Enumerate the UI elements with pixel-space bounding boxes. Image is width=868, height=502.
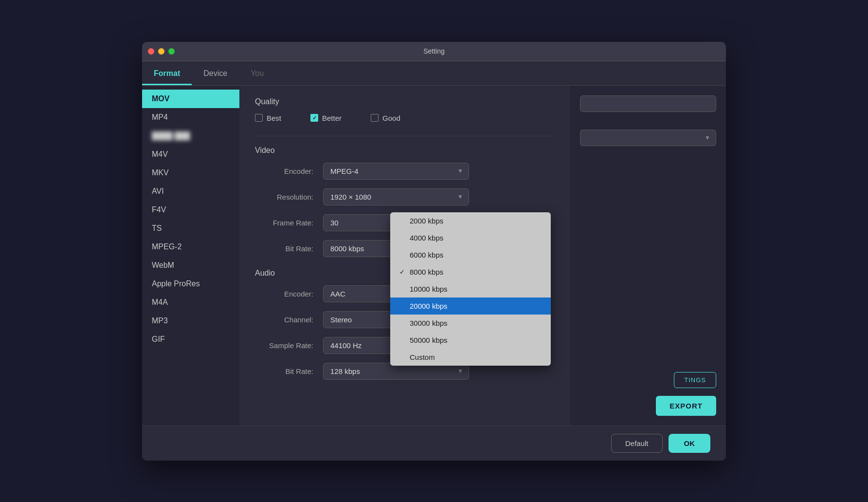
title-bar: Setting bbox=[142, 42, 726, 61]
settings-panel: Quality Best Better Good bbox=[239, 86, 570, 426]
encoder-row: Encoder: MPEG-4 ▼ bbox=[255, 163, 555, 180]
encoder-label: Encoder: bbox=[255, 167, 313, 175]
resolution-row: Resolution: 1920 × 1080 ▼ bbox=[255, 188, 555, 205]
dropdown-label-4000: 4000 kbps bbox=[410, 234, 443, 242]
sidebar: MOV MP4 ████ ███ M4V MKV AVI F4V TS MPEG… bbox=[142, 86, 239, 426]
right-text-input[interactable] bbox=[580, 95, 716, 112]
tab-device[interactable]: Device bbox=[192, 63, 239, 85]
sidebar-item-blurred[interactable]: ████ ███ bbox=[142, 127, 239, 145]
sample-rate-label: Sample Rate: bbox=[255, 341, 313, 350]
sidebar-item-ts[interactable]: TS bbox=[142, 219, 239, 238]
encoder-select[interactable]: MPEG-4 bbox=[323, 163, 469, 180]
dropdown-item-4000[interactable]: 4000 kbps bbox=[390, 229, 551, 246]
quality-good[interactable]: Good bbox=[371, 114, 400, 122]
bit-rate-label: Bit Rate: bbox=[255, 244, 313, 253]
tab-format[interactable]: Format bbox=[142, 63, 192, 85]
resolution-select-wrapper: 1920 × 1080 ▼ bbox=[323, 188, 469, 205]
dropdown-item-30000[interactable]: 30000 kbps bbox=[390, 315, 551, 332]
default-button[interactable]: Default bbox=[611, 434, 663, 453]
sidebar-item-f4v[interactable]: F4V bbox=[142, 201, 239, 219]
export-button[interactable]: EXPORT bbox=[656, 396, 716, 416]
dropdown-label-50000: 50000 kbps bbox=[410, 336, 448, 344]
right-dropdown-wrapper: ▼ bbox=[580, 130, 716, 146]
sidebar-item-avi[interactable]: AVI bbox=[142, 182, 239, 201]
dropdown-item-6000[interactable]: 6000 kbps bbox=[390, 246, 551, 263]
ok-button[interactable]: OK bbox=[669, 434, 711, 453]
sidebar-item-mpeg2[interactable]: MPEG-2 bbox=[142, 238, 239, 256]
blurred-format: ████ ███ bbox=[152, 131, 190, 140]
divider-1 bbox=[255, 136, 555, 136]
audio-encoder-label: Encoder: bbox=[255, 290, 313, 298]
sidebar-item-mkv[interactable]: MKV bbox=[142, 164, 239, 182]
sidebar-item-mp4[interactable]: MP4 bbox=[142, 108, 239, 127]
close-button[interactable] bbox=[148, 48, 154, 55]
right-spacer bbox=[580, 154, 716, 364]
right-panel: ▼ TINGS EXPORT bbox=[570, 86, 726, 426]
main-content: MOV MP4 ████ ███ M4V MKV AVI F4V TS MPEG… bbox=[142, 86, 726, 426]
dropdown-item-2000[interactable]: 2000 kbps bbox=[390, 212, 551, 229]
dropdown-label-30000: 30000 kbps bbox=[410, 319, 448, 327]
right-input-wrapper bbox=[580, 95, 716, 112]
minimize-button[interactable] bbox=[158, 48, 164, 55]
bitrate-dropdown: 2000 kbps 4000 kbps 6000 kbps ✓ 8000 kbp… bbox=[390, 212, 551, 366]
traffic-lights bbox=[148, 48, 175, 55]
bottom-bar: Default OK bbox=[142, 426, 726, 461]
sidebar-item-m4v[interactable]: M4V bbox=[142, 145, 239, 164]
settings-button[interactable]: TINGS bbox=[674, 372, 716, 388]
good-checkbox[interactable] bbox=[371, 114, 379, 122]
sidebar-item-gif[interactable]: GIF bbox=[142, 330, 239, 349]
dropdown-label-8000: 8000 kbps bbox=[410, 268, 443, 276]
dropdown-label-6000: 6000 kbps bbox=[410, 251, 443, 259]
better-checkbox[interactable] bbox=[310, 114, 318, 122]
maximize-button[interactable] bbox=[168, 48, 175, 55]
sidebar-item-m4a[interactable]: M4A bbox=[142, 293, 239, 312]
resolution-select[interactable]: 1920 × 1080 bbox=[323, 188, 469, 205]
right-select[interactable] bbox=[580, 130, 716, 146]
video-title: Video bbox=[255, 146, 555, 155]
sidebar-item-mp3[interactable]: MP3 bbox=[142, 312, 239, 330]
quality-section: Quality Best Better Good bbox=[255, 97, 555, 122]
dropdown-label-20000: 20000 kbps bbox=[410, 302, 448, 310]
tab-bar: Format Device You bbox=[142, 61, 726, 86]
channel-label: Channel: bbox=[255, 316, 313, 324]
dropdown-item-20000[interactable]: 20000 kbps bbox=[390, 297, 551, 315]
dropdown-label-2000: 2000 kbps bbox=[410, 217, 443, 225]
tab-you[interactable]: You bbox=[239, 63, 275, 85]
frame-rate-label: Frame Rate: bbox=[255, 219, 313, 227]
best-label: Best bbox=[267, 114, 281, 122]
dropdown-item-10000[interactable]: 10000 kbps bbox=[390, 280, 551, 297]
good-label: Good bbox=[382, 114, 400, 122]
app-window: Setting Format Device You MOV MP4 ████ █… bbox=[142, 42, 726, 461]
better-label: Better bbox=[322, 114, 342, 122]
window-title: Setting bbox=[423, 47, 445, 55]
sidebar-item-webm[interactable]: WebM bbox=[142, 256, 239, 275]
quality-best[interactable]: Best bbox=[255, 114, 281, 122]
dropdown-label-custom: Custom bbox=[410, 353, 435, 361]
resolution-label: Resolution: bbox=[255, 193, 313, 201]
quality-title: Quality bbox=[255, 97, 555, 106]
check-8000: ✓ bbox=[398, 268, 406, 276]
audio-bit-rate-label: Bit Rate: bbox=[255, 367, 313, 375]
sidebar-item-mov[interactable]: MOV bbox=[142, 90, 239, 108]
encoder-select-wrapper: MPEG-4 ▼ bbox=[323, 163, 469, 180]
quality-row: Best Better Good bbox=[255, 114, 555, 122]
best-checkbox[interactable] bbox=[255, 114, 263, 122]
sidebar-item-appleprores[interactable]: Apple ProRes bbox=[142, 275, 239, 293]
dropdown-label-10000: 10000 kbps bbox=[410, 285, 448, 293]
dropdown-item-custom[interactable]: Custom bbox=[390, 349, 551, 366]
dropdown-item-8000[interactable]: ✓ 8000 kbps bbox=[390, 263, 551, 280]
quality-better[interactable]: Better bbox=[310, 114, 342, 122]
dropdown-item-50000[interactable]: 50000 kbps bbox=[390, 332, 551, 349]
